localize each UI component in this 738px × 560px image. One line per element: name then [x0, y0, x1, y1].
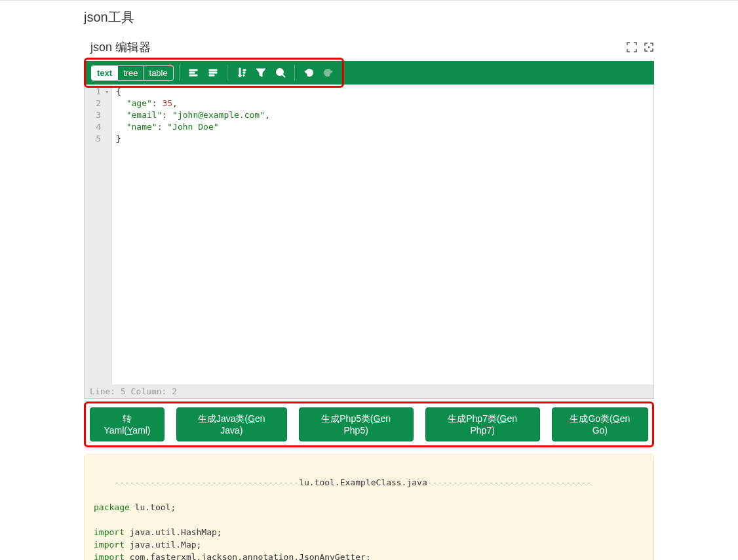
mode-text-button[interactable]: text: [92, 66, 118, 80]
editor-label: json 编辑器: [84, 39, 151, 55]
filter-icon[interactable]: [252, 64, 269, 81]
to-yaml-button[interactable]: 转Yaml(Yaml): [90, 407, 165, 441]
mode-table-button[interactable]: table: [144, 66, 173, 80]
svg-point-0: [648, 47, 650, 48]
svg-point-1: [277, 69, 283, 75]
gen-php5-button[interactable]: 生成Php5类(Gen Php5): [299, 407, 414, 441]
gen-java-button[interactable]: 生成Java类(Gen Java): [176, 407, 287, 441]
format-icon[interactable]: [185, 64, 202, 81]
output-code: ------------------------------------lu.t…: [84, 454, 654, 560]
fullscreen-icon[interactable]: [644, 42, 654, 52]
code-content[interactable]: { "age": 35, "email": "john@example.com"…: [112, 84, 653, 384]
redo-icon: [320, 64, 337, 81]
status-bar: Line: 5 Column: 2: [85, 384, 653, 398]
editor-toolbar: text tree table: [87, 61, 341, 84]
code-editor[interactable]: 1 2 3 4 5 { "age": 35, "email": "john@ex…: [84, 84, 654, 399]
gutter: 1 2 3 4 5: [85, 84, 112, 384]
copy-icon[interactable]: [634, 461, 646, 473]
undo-icon[interactable]: [300, 64, 317, 81]
sort-icon[interactable]: [233, 64, 250, 81]
gen-go-button[interactable]: 生成Go类(Gen Go): [552, 407, 648, 441]
mode-tree-button[interactable]: tree: [118, 66, 144, 80]
compact-icon[interactable]: [204, 64, 222, 81]
expand-icon[interactable]: [627, 42, 637, 52]
search-icon[interactable]: [272, 64, 289, 81]
page-title: json工具: [84, 9, 654, 26]
gen-php7-button[interactable]: 生成Php7类(Gen Php7): [425, 407, 540, 441]
